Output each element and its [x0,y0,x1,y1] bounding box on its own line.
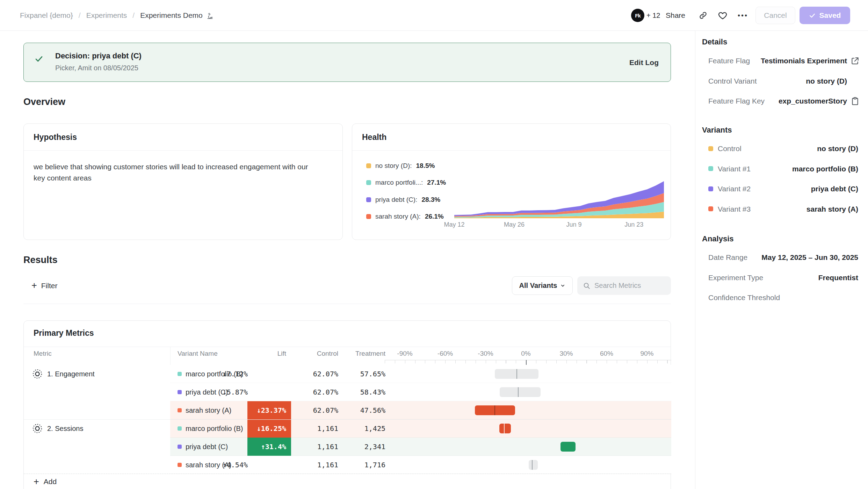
variant-swatch [708,186,713,191]
overview-heading: Overview [23,97,65,107]
legend-value: 18.5% [416,162,435,170]
metric-label: 2. Sessions [47,425,83,433]
legend-swatch [366,180,371,185]
metric-goal-icon [32,423,43,434]
legend-value: 28.3% [421,196,440,204]
lift-axis-tick-label: -60% [437,347,453,360]
lift-marker [516,369,517,379]
results-divider [23,304,671,304]
variant-name-cell: marco portfolio (B) [178,419,243,438]
health-chart-x-axis: May 12May 26Jun 9Jun 23 [454,221,664,229]
details-row: Control Variantno story (D) [708,71,858,91]
lift-axis-tick-label: 60% [600,347,613,360]
copy-link-icon[interactable] [699,0,708,31]
variants-value: no story (D) [817,139,858,158]
lift-value-highlighted: ↓16.25% [247,419,291,438]
legend-name: no story (D): [375,162,412,170]
metric-goal-icon [32,369,43,379]
results-heading: Results [23,255,58,265]
lift-value-highlighted: ↑31.4% [247,438,291,456]
variant-swatch [178,445,182,449]
decision-meta: Picker, Amit on 08/05/2025 [55,64,138,72]
control-value: 62.07% [303,365,338,383]
cancel-button[interactable]: Cancel [755,7,795,24]
favorite-heart-icon[interactable] [718,0,728,31]
analysis-value: Frequentist [818,268,858,288]
confidence-interval-bar [499,424,511,433]
external-link-icon[interactable] [851,56,860,65]
col-lift: Lift [232,347,286,360]
metric-name: 2. Sessions [32,419,83,438]
variant-name: marco portfolio (B) [186,425,243,433]
variant-name: priya debt (C) [186,443,228,451]
plus-icon: + [34,477,39,487]
breadcrumb-project[interactable]: Fixpanel {demo} [20,11,73,20]
hypothesis-card: Hypothesis we believe that showing custo… [23,123,343,240]
analysis-row: Date RangeMay 12, 2025 – Jun 30, 2025 [708,247,858,267]
legend-item: marco portfoli...:27.1% [366,178,446,187]
variants-label: Control [708,139,742,158]
variant-name-cell: priya debt (C) [178,438,228,456]
saved-button[interactable]: Saved [800,7,850,24]
details-row: Feature Flag Keyexp_customerStory [708,91,858,111]
search-metrics-input[interactable] [594,282,664,290]
edit-log-button[interactable]: Edit Log [629,43,659,82]
details-row: Feature FlagTestimonials Experiment [708,51,858,71]
variants-label: Variant #2 [708,179,751,199]
breadcrumb-separator: / [79,11,81,20]
lift-marker [518,387,519,397]
details-sidebar: Details Feature FlagTestimonials Experim… [696,31,868,489]
treatment-value: 1,716 [349,456,385,474]
details-value: no story (D) [806,71,847,91]
avatar-more-count[interactable]: + 12 [646,0,660,31]
decision-banner: Decision: priya debt (C) Picker, Amit on… [23,43,671,82]
lift-value-highlighted: ↓23.37% [247,401,291,419]
control-value: 62.07% [303,401,338,419]
clipboard-icon[interactable] [851,97,860,106]
confidence-interval-bar [500,387,541,397]
legend-name: sarah story (A): [375,213,421,220]
breadcrumb-experiments[interactable]: Experiments [86,11,127,20]
lift-axis-tick-label: 30% [559,347,573,360]
treatment-value: 47.56% [349,401,385,419]
analysis-row: Experiment TypeFrequentist [708,268,858,288]
table-row: priya debt (C)↑31.4%1,1612,341 [170,438,671,456]
legend-item: sarah story (A):26.1% [366,212,444,221]
lift-value: ↓7.12% [204,365,253,383]
avatar[interactable]: Fk [631,9,644,22]
variant-swatch [178,372,182,376]
analysis-label: Confidence Threshold [708,288,780,307]
add-filter-button[interactable]: + Filter [31,276,57,295]
table-row: marco portfolio (B)↓16.25%1,1611,425 [170,419,671,438]
control-value: 1,161 [303,438,338,456]
legend-name: priya debt (C): [375,196,417,204]
col-control: Control [303,347,338,360]
lift-axis-tick-label: -30% [478,347,493,360]
search-metrics-box [577,276,671,295]
variant-swatch [178,426,182,431]
search-icon [583,282,591,290]
confidence-interval-bar [560,442,576,452]
breadcrumb: Fixpanel {demo} / Experiments / Experime… [20,0,214,31]
add-metric-button[interactable]: + Add [34,474,57,489]
lift-axis-tick-label: 0% [521,347,530,360]
analysis-label: Date Range [708,247,747,267]
experiment-page: Fixpanel {demo} / Experiments / Experime… [0,0,868,489]
x-axis-tick-label: May 26 [504,221,525,228]
variants-heading: Variants [702,123,732,137]
breadcrumb-current[interactable]: Experiments Demo [140,11,214,20]
details-value: exp_customerStory [779,91,847,111]
decision-title: Decision: priya debt (C) [55,51,142,61]
variants-row: Controlno story (D) [708,139,858,158]
control-value: 1,161 [303,419,338,438]
details-label: Feature Flag Key [708,91,765,111]
hypothesis-body: we believe that showing customer stories… [24,151,328,194]
legend-swatch [366,163,371,168]
metric-label: 1. Engagement [47,370,95,378]
more-options-icon[interactable]: ••• [738,0,748,31]
share-button[interactable]: Share [666,0,685,31]
all-variants-dropdown[interactable]: All Variants [512,276,573,295]
analysis-label: Experiment Type [708,268,763,288]
hypothesis-title: Hypothesis [24,124,342,151]
col-metric: Metric [34,347,52,360]
